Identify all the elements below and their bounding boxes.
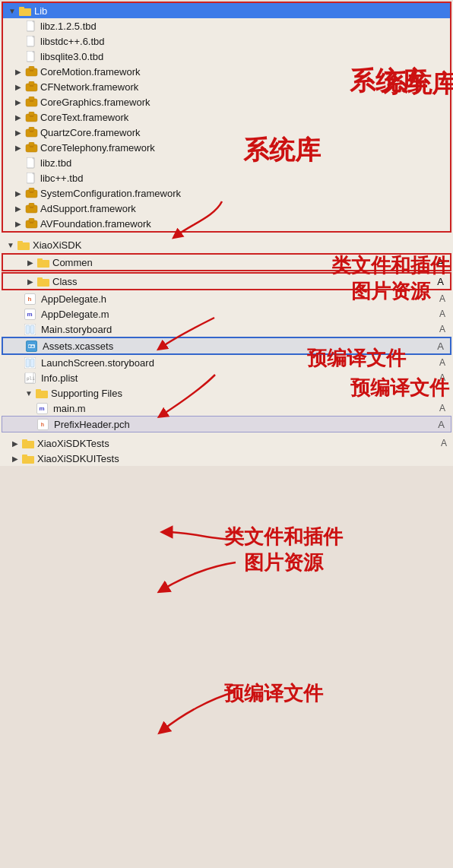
tree-item-mainm[interactable]: m main.m A [2, 401, 451, 416]
framework-icon [24, 81, 38, 93]
file-icon-libsqlite [24, 50, 38, 62]
tree-item[interactable]: libz.tbd [3, 155, 450, 170]
tree-item[interactable]: ▶ CoreGraphics.framework [3, 94, 450, 109]
svg-rect-9 [29, 81, 34, 85]
folder-supporting-icon [35, 387, 49, 399]
folder-lib-icon [18, 5, 32, 17]
framework-icon [24, 187, 38, 199]
framework-icon [24, 217, 38, 230]
plist-icon: plist [23, 372, 36, 384]
tree-item[interactable]: ▶ CFNetwork.framework [3, 79, 450, 94]
disclosure-tests[interactable]: ▶ [9, 439, 21, 448]
xiaoxisdk-folder-row[interactable]: ▼ XiaoXiSDK [2, 237, 451, 252]
assets-badge: A [437, 341, 444, 352]
file-icon-libstd [24, 35, 38, 47]
item-badge: A [439, 324, 445, 334]
xcassets-icon [24, 340, 38, 352]
file-icon-libz2 [24, 157, 38, 169]
svg-rect-33 [30, 222, 33, 223]
tree-item[interactable]: ▶ CoreMotion.framework [3, 64, 450, 79]
disclosure[interactable]: ▶ [12, 204, 24, 213]
prefixheader-badge: A [438, 419, 445, 430]
item-label: main.m [53, 403, 439, 414]
tree-item-appdelegatem[interactable]: m AppDelegate.m A [2, 306, 451, 322]
disclosure[interactable]: ▶ [12, 144, 24, 152]
disclosure-uitests[interactable]: ▶ [9, 455, 21, 463]
item-label: XiaoXiSDKTests [37, 438, 441, 449]
svg-rect-15 [29, 112, 34, 116]
framework-icon [24, 141, 38, 154]
disclosure-xiaoxisdk[interactable]: ▼ [5, 241, 17, 249]
svg-text:plist: plist [27, 375, 35, 382]
h-file-icon: h [23, 293, 36, 305]
tree-item-infoplist[interactable]: plist Info.plist A [2, 370, 451, 385]
tree-item[interactable]: ▶ AdSupport.framework [3, 201, 450, 216]
disclosure[interactable]: ▶ [12, 98, 24, 106]
tree-item[interactable]: ▶ SystemConfiguration.framework [3, 185, 450, 201]
item-label: libc++.tbd [40, 173, 444, 184]
m-file-icon: m [23, 308, 36, 320]
disclosure[interactable]: ▶ [12, 220, 24, 228]
folder-tests-icon [21, 437, 35, 449]
svg-rect-47 [26, 359, 30, 367]
disclosure-commen[interactable]: ▶ [24, 258, 36, 267]
prefixheader-pch-row[interactable]: h PrefixHeader.pch A 预编译文件 [2, 416, 451, 432]
disclosure-supporting[interactable]: ▼ [23, 389, 35, 398]
svg-rect-29 [29, 203, 34, 207]
item-label: Supporting Files [51, 388, 445, 399]
disclosure[interactable]: ▶ [12, 83, 24, 91]
disclosure-lib[interactable]: ▼ [6, 7, 18, 15]
svg-rect-12 [29, 97, 34, 100]
annotation-yubianyi-main: 预编译文件 [224, 680, 323, 707]
tree-item[interactable]: libc++.tbd [3, 170, 450, 185]
tree-item[interactable]: libsqlite3.0.tbd [3, 49, 450, 64]
item-label: CoreText.framework [40, 112, 444, 123]
tree-item-launchscreen[interactable]: LaunchScreen.storyboard A [2, 355, 451, 370]
tree-item-xiaoxisdktests[interactable]: ▶ XiaoXiSDKTests A [0, 436, 453, 451]
folder-commen-icon [36, 256, 50, 268]
disclosure[interactable]: ▶ [12, 68, 24, 76]
tree-item-supportingfiles[interactable]: ▼ Supporting Files [2, 385, 451, 401]
item-badge: A [439, 357, 445, 368]
commen-folder-row[interactable]: ▶ Commen A [2, 253, 451, 271]
tree-item[interactable]: libz.1.2.5.tbd [3, 18, 450, 33]
tree-item[interactable]: ▶ AVFoundation.framework [3, 216, 450, 231]
disclosure[interactable]: ▶ [12, 113, 24, 122]
assets-xcassets-row[interactable]: Assets.xcassets A [2, 337, 451, 355]
tree-item[interactable]: ▶ CoreTelephony.framework [3, 140, 450, 155]
item-badge: A [441, 438, 447, 448]
item-label: QuartzCore.framework [40, 127, 444, 138]
item-badge: A [439, 372, 445, 383]
item-label: CoreMotion.framework [40, 66, 444, 78]
lib-folder-row[interactable]: ▼ Lib [3, 3, 450, 18]
tree-item[interactable]: libstdc++.6.tbd [3, 33, 450, 49]
file-icon-libcpp [24, 172, 38, 184]
disclosure-class[interactable]: ▶ [24, 277, 36, 286]
commen-label: Commen [52, 257, 437, 268]
disclosure[interactable]: ▶ [12, 128, 24, 137]
tree-item-appdelegateh[interactable]: h AppDelegate.h A [2, 291, 451, 306]
framework-icon [24, 126, 38, 138]
svg-rect-41 [26, 325, 30, 334]
disclosure[interactable]: ▶ [12, 189, 24, 198]
framework-icon [24, 111, 38, 123]
lib-label: Lib [34, 5, 444, 17]
tree-item[interactable]: ▶ CoreText.framework 系统库 [3, 109, 450, 125]
prefixheader-label: PrefixHeader.pch [54, 419, 438, 430]
commen-badge: A [437, 257, 444, 268]
framework-icon [24, 202, 38, 214]
tree-item[interactable]: ▶ QuartzCore.framework 系统库 [3, 125, 450, 140]
tree-item-mainstoryboard[interactable]: Main.storyboard A [2, 322, 451, 337]
svg-rect-37 [37, 258, 43, 261]
svg-rect-42 [30, 325, 34, 334]
class-folder-row[interactable]: ▶ Class A [2, 272, 451, 290]
item-badge: A [439, 309, 445, 319]
pch-file-icon: h [36, 418, 49, 430]
svg-rect-30 [30, 207, 33, 208]
framework-icon [24, 96, 38, 108]
tree-item-xiaoxisdkuitests[interactable]: ▶ XiaoXiSDKUITests [0, 451, 453, 466]
item-label: CoreGraphics.framework [40, 97, 444, 108]
class-badge: A [437, 276, 444, 287]
svg-rect-7 [30, 70, 33, 71]
item-label: AdSupport.framework [40, 203, 444, 214]
